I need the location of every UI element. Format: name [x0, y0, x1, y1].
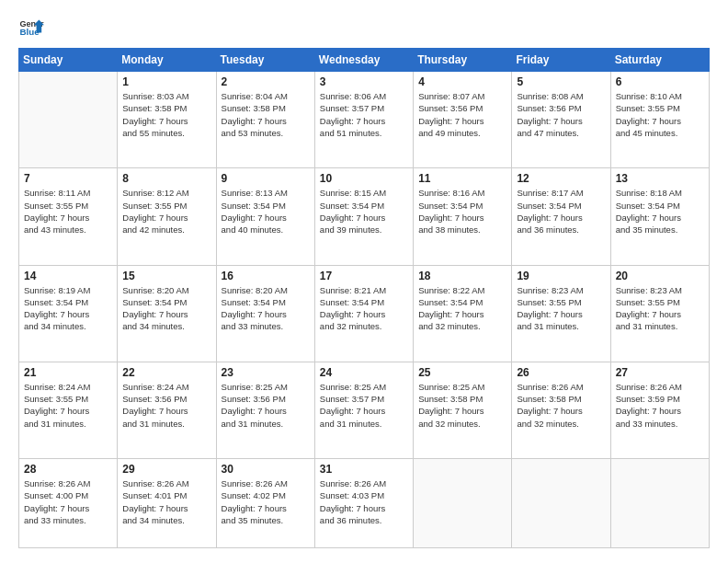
day-info: Sunrise: 8:23 AMSunset: 3:55 PMDaylight:… [616, 284, 704, 333]
calendar-cell: 7Sunrise: 8:11 AMSunset: 3:55 PMDaylight… [19, 168, 118, 265]
calendar-cell: 11Sunrise: 8:16 AMSunset: 3:54 PMDayligh… [414, 168, 512, 265]
calendar-cell [512, 459, 610, 548]
day-number: 27 [616, 366, 704, 379]
day-info: Sunrise: 8:24 AMSunset: 3:56 PMDaylight:… [122, 381, 210, 430]
calendar-cell: 15Sunrise: 8:20 AMSunset: 3:54 PMDayligh… [118, 265, 216, 362]
calendar-cell: 23Sunrise: 8:25 AMSunset: 3:56 PMDayligh… [216, 362, 314, 458]
day-info: Sunrise: 8:13 AMSunset: 3:54 PMDaylight:… [222, 187, 310, 236]
day-info: Sunrise: 8:20 AMSunset: 3:54 PMDaylight:… [222, 284, 310, 333]
day-info: Sunrise: 8:18 AMSunset: 3:54 PMDaylight:… [616, 187, 704, 236]
calendar-cell: 12Sunrise: 8:17 AMSunset: 3:54 PMDayligh… [512, 168, 610, 265]
day-number: 26 [517, 366, 605, 379]
day-number: 7 [24, 172, 112, 185]
calendar-cell: 21Sunrise: 8:24 AMSunset: 3:55 PMDayligh… [19, 362, 118, 458]
calendar-cell: 2Sunrise: 8:04 AMSunset: 3:58 PMDaylight… [216, 72, 314, 168]
weekday-header-tuesday: Tuesday [216, 49, 314, 72]
calendar-cell: 18Sunrise: 8:22 AMSunset: 3:54 PMDayligh… [414, 265, 512, 362]
calendar-cell: 14Sunrise: 8:19 AMSunset: 3:54 PMDayligh… [19, 265, 118, 362]
day-info: Sunrise: 8:21 AMSunset: 3:54 PMDaylight:… [320, 284, 408, 333]
day-info: Sunrise: 8:23 AMSunset: 3:55 PMDaylight:… [517, 284, 605, 333]
day-number: 16 [222, 270, 310, 282]
day-info: Sunrise: 8:22 AMSunset: 3:54 PMDaylight:… [418, 284, 506, 333]
day-number: 29 [122, 463, 210, 476]
calendar-cell: 17Sunrise: 8:21 AMSunset: 3:54 PMDayligh… [314, 265, 413, 362]
day-info: Sunrise: 8:25 AMSunset: 3:58 PMDaylight:… [418, 381, 506, 430]
day-info: Sunrise: 8:25 AMSunset: 3:56 PMDaylight:… [222, 381, 310, 430]
day-number: 9 [222, 172, 310, 185]
day-number: 11 [418, 172, 506, 185]
day-number: 5 [517, 75, 605, 88]
calendar-cell: 1Sunrise: 8:03 AMSunset: 3:58 PMDaylight… [118, 72, 216, 168]
day-info: Sunrise: 8:20 AMSunset: 3:54 PMDaylight:… [122, 284, 210, 333]
calendar-cell: 6Sunrise: 8:10 AMSunset: 3:55 PMDaylight… [610, 72, 709, 168]
day-info: Sunrise: 8:03 AMSunset: 3:58 PMDaylight:… [122, 90, 210, 139]
day-number: 25 [418, 366, 506, 379]
day-info: Sunrise: 8:06 AMSunset: 3:57 PMDaylight:… [320, 90, 408, 139]
weekday-header-sunday: Sunday [19, 49, 118, 72]
day-info: Sunrise: 8:26 AMSunset: 3:59 PMDaylight:… [616, 381, 704, 430]
week-row-3: 14Sunrise: 8:19 AMSunset: 3:54 PMDayligh… [19, 265, 710, 362]
day-number: 14 [24, 270, 112, 282]
calendar-cell: 30Sunrise: 8:26 AMSunset: 4:02 PMDayligh… [216, 459, 314, 548]
calendar-cell [610, 459, 709, 548]
weekday-header-wednesday: Wednesday [314, 49, 413, 72]
day-number: 12 [517, 172, 605, 185]
day-info: Sunrise: 8:26 AMSunset: 4:03 PMDaylight:… [320, 477, 408, 526]
day-number: 30 [222, 463, 310, 476]
day-number: 31 [320, 463, 408, 476]
day-number: 18 [418, 270, 506, 282]
calendar-cell: 4Sunrise: 8:07 AMSunset: 3:56 PMDaylight… [414, 72, 512, 168]
calendar-cell: 13Sunrise: 8:18 AMSunset: 3:54 PMDayligh… [610, 168, 709, 265]
day-number: 13 [616, 172, 704, 185]
calendar-cell: 31Sunrise: 8:26 AMSunset: 4:03 PMDayligh… [314, 459, 413, 548]
calendar-cell [19, 72, 118, 168]
calendar-cell: 3Sunrise: 8:06 AMSunset: 3:57 PMDaylight… [314, 72, 413, 168]
day-number: 17 [320, 270, 408, 282]
week-row-2: 7Sunrise: 8:11 AMSunset: 3:55 PMDaylight… [19, 168, 710, 265]
week-row-1: 1Sunrise: 8:03 AMSunset: 3:58 PMDaylight… [19, 72, 710, 168]
day-info: Sunrise: 8:15 AMSunset: 3:54 PMDaylight:… [320, 187, 408, 236]
day-info: Sunrise: 8:08 AMSunset: 3:56 PMDaylight:… [517, 90, 605, 139]
calendar-cell: 9Sunrise: 8:13 AMSunset: 3:54 PMDaylight… [216, 168, 314, 265]
day-number: 8 [122, 172, 210, 185]
day-info: Sunrise: 8:26 AMSunset: 4:02 PMDaylight:… [222, 477, 310, 526]
day-number: 1 [122, 75, 210, 88]
calendar-cell: 20Sunrise: 8:23 AMSunset: 3:55 PMDayligh… [610, 265, 709, 362]
calendar-cell: 10Sunrise: 8:15 AMSunset: 3:54 PMDayligh… [314, 168, 413, 265]
day-number: 6 [616, 75, 704, 88]
calendar-cell: 19Sunrise: 8:23 AMSunset: 3:55 PMDayligh… [512, 265, 610, 362]
calendar-cell: 8Sunrise: 8:12 AMSunset: 3:55 PMDaylight… [118, 168, 216, 265]
day-info: Sunrise: 8:16 AMSunset: 3:54 PMDaylight:… [418, 187, 506, 236]
day-number: 15 [122, 270, 210, 282]
weekday-header-thursday: Thursday [414, 49, 512, 72]
calendar-cell: 28Sunrise: 8:26 AMSunset: 4:00 PMDayligh… [19, 459, 118, 548]
day-info: Sunrise: 8:26 AMSunset: 3:58 PMDaylight:… [517, 381, 605, 430]
day-number: 23 [222, 366, 310, 379]
page: General Blue SundayMondayTuesdayWednesda… [0, 0, 728, 563]
logo-icon: General Blue [18, 15, 44, 40]
calendar-cell: 29Sunrise: 8:26 AMSunset: 4:01 PMDayligh… [118, 459, 216, 548]
day-info: Sunrise: 8:10 AMSunset: 3:55 PMDaylight:… [616, 90, 704, 139]
calendar-cell: 24Sunrise: 8:25 AMSunset: 3:57 PMDayligh… [314, 362, 413, 458]
day-number: 19 [517, 270, 605, 282]
header: General Blue [18, 15, 710, 40]
day-info: Sunrise: 8:26 AMSunset: 4:01 PMDaylight:… [122, 477, 210, 526]
calendar-table: SundayMondayTuesdayWednesdayThursdayFrid… [18, 48, 710, 548]
calendar-cell: 26Sunrise: 8:26 AMSunset: 3:58 PMDayligh… [512, 362, 610, 458]
calendar-cell: 22Sunrise: 8:24 AMSunset: 3:56 PMDayligh… [118, 362, 216, 458]
calendar-cell: 25Sunrise: 8:25 AMSunset: 3:58 PMDayligh… [414, 362, 512, 458]
calendar-cell: 27Sunrise: 8:26 AMSunset: 3:59 PMDayligh… [610, 362, 709, 458]
calendar-cell: 16Sunrise: 8:20 AMSunset: 3:54 PMDayligh… [216, 265, 314, 362]
day-info: Sunrise: 8:07 AMSunset: 3:56 PMDaylight:… [418, 90, 506, 139]
day-info: Sunrise: 8:12 AMSunset: 3:55 PMDaylight:… [122, 187, 210, 236]
day-info: Sunrise: 8:19 AMSunset: 3:54 PMDaylight:… [24, 284, 112, 333]
day-number: 24 [320, 366, 408, 379]
week-row-4: 21Sunrise: 8:24 AMSunset: 3:55 PMDayligh… [19, 362, 710, 458]
weekday-header-saturday: Saturday [610, 49, 709, 72]
day-info: Sunrise: 8:17 AMSunset: 3:54 PMDaylight:… [517, 187, 605, 236]
day-info: Sunrise: 8:04 AMSunset: 3:58 PMDaylight:… [222, 90, 310, 139]
weekday-header-monday: Monday [118, 49, 216, 72]
calendar-cell [414, 459, 512, 548]
day-number: 20 [616, 270, 704, 282]
day-info: Sunrise: 8:11 AMSunset: 3:55 PMDaylight:… [24, 187, 112, 236]
